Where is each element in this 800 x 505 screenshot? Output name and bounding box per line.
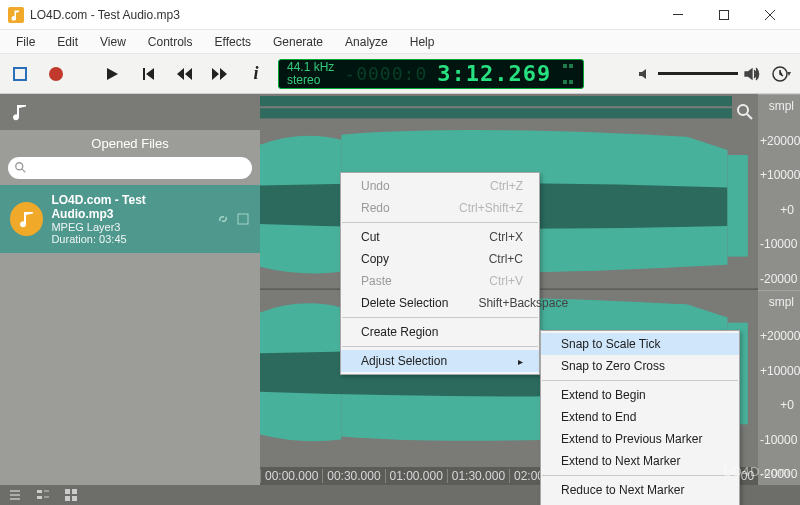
music-note-icon: [10, 102, 30, 122]
info-button[interactable]: i: [242, 60, 270, 88]
menu-item[interactable]: Snap to Scale Tick: [541, 333, 739, 355]
minimize-button[interactable]: [656, 1, 700, 29]
svg-rect-18: [72, 496, 77, 501]
info-icon: i: [253, 63, 258, 84]
menu-item: RedoCtrl+Shift+Z: [341, 197, 539, 219]
menu-item[interactable]: Extend to Previous Marker: [541, 428, 739, 450]
svg-point-11: [738, 105, 748, 115]
record-icon: [49, 67, 63, 81]
menu-analyze[interactable]: Analyze: [335, 32, 398, 52]
svg-rect-7: [727, 155, 747, 257]
watermark: LO4D.com: [724, 464, 790, 479]
menu-item[interactable]: Create Region: [341, 321, 539, 343]
context-menu[interactable]: UndoCtrl+ZRedoCtrl+Shift+ZCutCtrl+XCopyC…: [340, 172, 540, 375]
context-submenu[interactable]: Snap to Scale TickSnap to Zero CrossExte…: [540, 330, 740, 505]
menu-item[interactable]: Delete SelectionShift+Backspace: [341, 292, 539, 314]
titlebar: LO4D.com - Test Audio.mp3: [0, 0, 800, 30]
skip-start-button[interactable]: [134, 60, 162, 88]
svg-rect-15: [65, 489, 70, 494]
view-list-button[interactable]: [6, 486, 24, 504]
close-button[interactable]: [748, 1, 792, 29]
menubar: File Edit View Controls Effects Generate…: [0, 30, 800, 54]
sample-rate: 44.1 kHz: [287, 61, 334, 74]
menu-item[interactable]: Snap to Zero Cross: [541, 355, 739, 377]
svg-rect-4: [260, 96, 758, 106]
menu-generate[interactable]: Generate: [263, 32, 333, 52]
channel-mode: stereo: [287, 74, 334, 87]
view-grid-button[interactable]: [62, 486, 80, 504]
time-negative: -0000:0: [344, 63, 427, 84]
stop-icon: [13, 67, 27, 81]
sidebar: Opened Files LO4D.com - Test Audio.mp3 M…: [0, 94, 260, 485]
menu-item[interactable]: Extend to Begin: [541, 384, 739, 406]
sidebar-header: [0, 94, 260, 130]
svg-rect-3: [238, 214, 248, 224]
rewind-button[interactable]: [170, 60, 198, 88]
search-input[interactable]: [8, 157, 252, 179]
menu-item[interactable]: CopyCtrl+C: [341, 248, 539, 270]
amplitude-ruler: smpl +20000 +10000 +0 -10000 -20000 smpl…: [758, 94, 800, 485]
maximize-button[interactable]: [702, 1, 746, 29]
play-button[interactable]: [98, 60, 126, 88]
fast-forward-button[interactable]: [206, 60, 234, 88]
menu-view[interactable]: View: [90, 32, 136, 52]
volume-control[interactable]: [638, 67, 760, 81]
menu-file[interactable]: File: [6, 32, 45, 52]
stop-button[interactable]: [6, 60, 34, 88]
svg-rect-14: [37, 496, 42, 499]
record-button[interactable]: [42, 60, 70, 88]
svg-rect-5: [260, 108, 758, 118]
svg-line-12: [747, 114, 752, 119]
window-title: LO4D.com - Test Audio.mp3: [30, 8, 656, 22]
clock-button[interactable]: ▾: [768, 61, 794, 87]
svg-rect-16: [72, 489, 77, 494]
file-meta: LO4D.com - Test Audio.mp3 MPEG Layer3 Du…: [51, 193, 208, 245]
menu-item: PasteCtrl+V: [341, 270, 539, 292]
file-item[interactable]: LO4D.com - Test Audio.mp3 MPEG Layer3 Du…: [0, 185, 260, 253]
file-item-actions: [216, 212, 250, 226]
zoom-button[interactable]: [732, 94, 758, 130]
svg-rect-13: [37, 490, 42, 493]
svg-rect-1: [720, 10, 729, 19]
volume-high-icon: [744, 67, 760, 81]
volume-low-icon: [638, 67, 652, 81]
volume-slider[interactable]: [658, 72, 738, 75]
view-detail-button[interactable]: [34, 486, 52, 504]
menu-controls[interactable]: Controls: [138, 32, 203, 52]
magnifier-icon: [736, 103, 754, 121]
lcd-display: 44.1 kHz stereo -0000:0 3:12.269: [278, 59, 584, 89]
file-type-icon: [10, 202, 43, 236]
menu-item[interactable]: Adjust Selection: [341, 350, 539, 372]
toolbar: i 44.1 kHz stereo -0000:0 3:12.269 ▾: [0, 54, 800, 94]
menu-item: UndoCtrl+Z: [341, 175, 539, 197]
external-icon[interactable]: [236, 212, 250, 226]
sidebar-title: Opened Files: [0, 130, 260, 157]
menu-item[interactable]: Extend to End: [541, 406, 739, 428]
svg-rect-0: [673, 14, 683, 15]
file-title: LO4D.com - Test Audio.mp3: [51, 193, 208, 221]
lcd-handles-icon: [561, 62, 575, 86]
menu-item[interactable]: CutCtrl+X: [341, 226, 539, 248]
file-duration: Duration: 03:45: [51, 233, 208, 245]
menu-item[interactable]: Reduce to Next Marker: [541, 479, 739, 501]
link-icon[interactable]: [216, 212, 230, 226]
menu-effects[interactable]: Effects: [205, 32, 261, 52]
menu-item[interactable]: Extend to Next Marker: [541, 450, 739, 472]
app-icon: [8, 7, 24, 23]
menu-help[interactable]: Help: [400, 32, 445, 52]
menu-item[interactable]: Reduce to Previous Marker: [541, 501, 739, 505]
time-position: 3:12.269: [437, 61, 551, 86]
file-codec: MPEG Layer3: [51, 221, 208, 233]
menu-edit[interactable]: Edit: [47, 32, 88, 52]
svg-rect-17: [65, 496, 70, 501]
